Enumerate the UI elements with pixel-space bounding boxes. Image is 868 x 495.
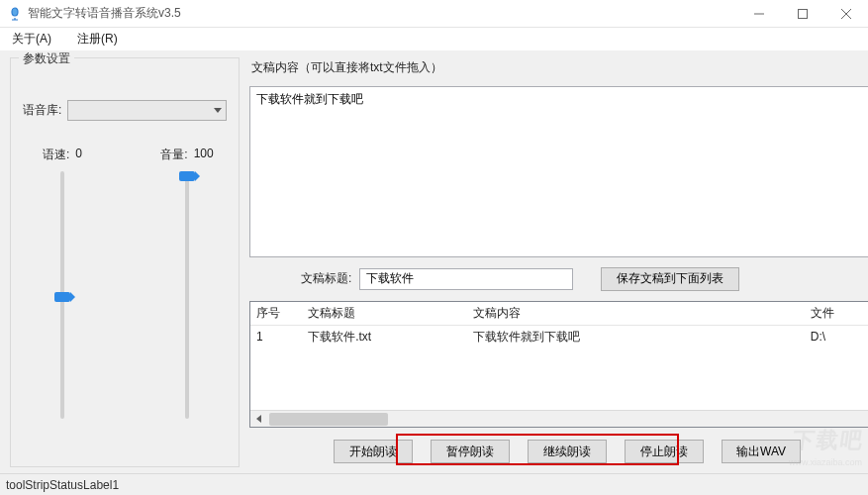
col-index[interactable]: 序号 (250, 302, 302, 326)
app-icon (8, 7, 22, 21)
menu-register[interactable]: 注册(R) (73, 29, 122, 50)
statusbar: toolStripStatusLabel1 (0, 473, 868, 495)
rate-slider[interactable] (60, 171, 64, 419)
scroll-left-button[interactable] (250, 411, 267, 428)
col-file[interactable]: 文件 (805, 302, 868, 326)
content-panel: 文稿内容（可以直接将txt文件拖入） 文稿标题: 保存文稿到下面列表 序号 文稿… (249, 57, 868, 467)
window-title: 智能文字转语音播音系统v3.5 (28, 5, 737, 22)
save-to-list-button[interactable]: 保存文稿到下面列表 (601, 267, 739, 291)
title-label: 文稿标题: (301, 270, 351, 287)
menubar: 关于(A) 注册(R) (0, 28, 868, 51)
close-button[interactable] (824, 0, 868, 28)
horizontal-scrollbar[interactable] (250, 410, 868, 427)
client-area: 参数设置 语音库: 语速: 0 音量: 100 (0, 51, 868, 473)
status-label: toolStripStatusLabel1 (6, 478, 119, 492)
cell-index: 1 (250, 325, 302, 348)
start-button[interactable]: 开始朗读 (334, 440, 413, 463)
resume-button[interactable]: 继续朗读 (528, 440, 607, 463)
volume-value: 100 (194, 147, 214, 163)
content-hint: 文稿内容（可以直接将txt文件拖入） (249, 57, 868, 80)
content-textarea[interactable] (249, 86, 868, 257)
stop-button[interactable]: 停止朗读 (625, 440, 704, 463)
minimize-button[interactable] (737, 0, 781, 28)
voice-label: 语音库: (23, 102, 61, 119)
cell-file: D:\ (805, 325, 868, 348)
volume-slider-wrap: 音量: 100 (147, 147, 227, 419)
scroll-thumb[interactable] (269, 413, 388, 426)
maximize-button[interactable] (781, 0, 824, 28)
table-row[interactable]: 1 下载软件.txt 下载软件就到下载吧 D:\ (250, 325, 868, 348)
cell-content: 下载软件就到下载吧 (467, 325, 805, 348)
rate-value: 0 (75, 147, 82, 163)
volume-slider[interactable] (185, 171, 189, 419)
params-legend: 参数设置 (19, 50, 74, 67)
document-list[interactable]: 序号 文稿标题 文稿内容 文件 1 下载软件.txt 下载软件就到下载吧 D:\ (249, 301, 868, 428)
volume-thumb[interactable] (179, 171, 195, 181)
menu-about[interactable]: 关于(A) (8, 29, 55, 50)
output-wav-button[interactable]: 输出WAV (722, 440, 801, 463)
rate-thumb[interactable] (54, 292, 70, 302)
col-title[interactable]: 文稿标题 (302, 302, 467, 326)
rate-slider-wrap: 语速: 0 (23, 147, 102, 419)
window-controls (737, 0, 868, 28)
rate-label: 语速: (43, 147, 69, 163)
title-input[interactable] (359, 268, 573, 290)
col-content[interactable]: 文稿内容 (467, 302, 805, 326)
volume-label: 音量: (160, 147, 187, 163)
triangle-left-icon (256, 415, 261, 423)
pause-button[interactable]: 暂停朗读 (431, 440, 510, 463)
chevron-down-icon (214, 108, 222, 113)
svg-rect-1 (799, 9, 808, 18)
cell-title: 下载软件.txt (302, 325, 467, 348)
params-group: 参数设置 语音库: 语速: 0 音量: 100 (10, 57, 240, 467)
titlebar: 智能文字转语音播音系统v3.5 (0, 0, 868, 28)
action-buttons: 开始朗读 暂停朗读 继续朗读 停止朗读 输出WAV (249, 434, 868, 467)
voice-combo[interactable] (67, 100, 227, 121)
